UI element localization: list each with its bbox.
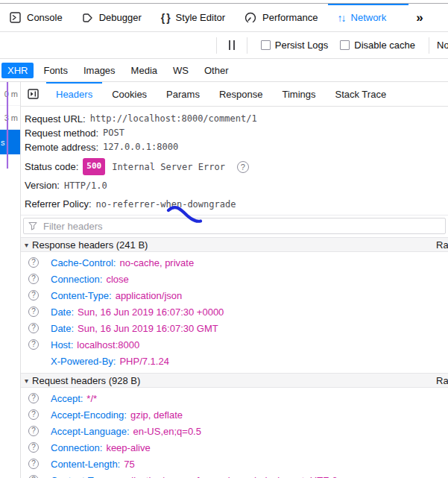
tab-style-editor[interactable]: { } Style Editor: [151, 4, 235, 31]
header-value: close: [106, 274, 128, 285]
help-icon[interactable]: ?: [28, 393, 39, 403]
header-name: Date:: [51, 306, 74, 318]
section-title: Response headers (241 B): [32, 239, 148, 251]
request-list: 0 m 3 m s: [0, 82, 21, 478]
header-value: Sun, 16 Jun 2019 16:07:30 GMT: [78, 323, 218, 334]
detail-tab-params[interactable]: Params: [157, 82, 209, 106]
header-name: Cache-Control:: [51, 257, 116, 268]
devtools-tabbar: Console Debugger { } Style Editor Networ…: [0, 4, 448, 32]
filter-headers-bar: [21, 215, 448, 237]
header-value: localhost:8000: [77, 339, 139, 350]
tab-network[interactable]: ↑↓ Network: [328, 4, 409, 31]
header-value: keep-alive: [106, 442, 150, 453]
header-value: Sun, 16 Jun 2019 16:07:30 +0000: [78, 306, 224, 318]
header-value: PHP/7.1.24: [119, 356, 169, 367]
response-headers-list: ?Cache-Control:no-cache, private ?Connec…: [21, 252, 448, 373]
raw-headers-link[interactable]: Raw headers: [436, 239, 448, 251]
overflow-chevron-icon[interactable]: »: [408, 4, 430, 31]
help-icon[interactable]: ?: [28, 257, 39, 268]
checkbox-box: [340, 40, 350, 50]
tab-debugger[interactable]: Debugger: [72, 4, 151, 31]
help-icon[interactable]: ?: [28, 409, 39, 420]
detail-tab-stack-trace[interactable]: Stack Trace: [325, 82, 396, 106]
summary-label: Version:: [25, 178, 60, 193]
summary-row-method: Request method: POST: [25, 126, 448, 140]
help-icon[interactable]: ?: [28, 475, 39, 478]
header-row: ?Connection:keep-alive: [21, 439, 448, 456]
response-headers-section-header[interactable]: ▾ Response headers (241 B) Raw headers: [21, 237, 448, 252]
detail-tab-headers[interactable]: Headers: [46, 82, 102, 106]
raw-headers-link[interactable]: Raw headers: [436, 375, 448, 386]
header-row: ?Content-Type:application/x-www-form-url…: [21, 472, 448, 478]
header-row: ?Accept-Language:en-US,en;q=0.5: [21, 423, 448, 439]
throttling-select[interactable]: No throttling: [437, 40, 448, 51]
header-value: application/x-www-form-urlencoded; chars…: [116, 475, 338, 478]
section-title: Request headers (928 B): [32, 375, 140, 386]
filter-tab-xhr[interactable]: XHR: [1, 63, 34, 78]
filter-tab-other[interactable]: Other: [198, 63, 235, 78]
help-icon[interactable]: ?: [237, 161, 249, 173]
filter-tab-media[interactable]: Media: [125, 63, 163, 78]
checkbox-label: Disable cache: [354, 40, 415, 51]
header-value: gzip, deflate: [130, 409, 183, 421]
detail-tab-timings[interactable]: Timings: [272, 82, 325, 106]
help-icon[interactable]: ?: [28, 274, 39, 284]
help-icon[interactable]: ?: [28, 426, 39, 436]
header-name: Accept:: [51, 393, 83, 404]
request-row[interactable]: 3 m: [0, 106, 20, 130]
tab-label: Console: [27, 12, 63, 23]
detail-tabbar: Headers Cookies Params Response Timings …: [21, 82, 448, 107]
network-toolbar: Persist Logs Disable cache No throttling: [0, 32, 448, 59]
summary-row-remote-address: Remote address: 127.0.0.1:8000: [25, 140, 448, 154]
devtools-network-panel: Console Debugger { } Style Editor Networ…: [0, 0, 448, 478]
header-row: ?Content-Type:application/json: [21, 287, 448, 304]
header-value: no-cache, private: [119, 257, 194, 268]
header-row: X-Powered-By:PHP/7.1.24: [21, 353, 448, 369]
header-value: */*: [86, 393, 97, 404]
toolbar-separator: [247, 37, 247, 54]
pause-icon[interactable]: [224, 40, 239, 50]
request-filter-bar: XHR Fonts Images Media WS Other: [0, 59, 448, 82]
request-row[interactable]: 0 m: [0, 82, 20, 106]
header-row: ?Cache-Control:no-cache, private: [21, 254, 448, 271]
tab-console[interactable]: Console: [0, 4, 72, 31]
filter-tab-images[interactable]: Images: [78, 63, 122, 78]
header-row: ?Host:localhost:8000: [21, 336, 448, 353]
summary-value: HTTP/1.0: [64, 178, 107, 193]
persist-logs-checkbox[interactable]: Persist Logs: [261, 40, 329, 51]
summary-value: http://localhost:8000/comment/1: [90, 112, 257, 126]
filter-headers-input[interactable]: [23, 218, 446, 234]
help-icon[interactable]: ?: [28, 323, 39, 333]
request-row-selected[interactable]: s: [0, 130, 20, 154]
summary-label: Request URL:: [25, 112, 86, 126]
summary-value: POST: [103, 126, 124, 140]
tab-label: Performance: [262, 12, 318, 23]
header-row: ?Date:Sun, 16 Jun 2019 16:07:30 +0000: [21, 304, 448, 320]
tab-label: Debugger: [99, 12, 142, 23]
summary-row-status: Status code: 500 Internal Server Error ?: [25, 158, 448, 175]
help-icon[interactable]: ?: [28, 459, 39, 469]
detail-tab-cookies[interactable]: Cookies: [102, 82, 157, 106]
header-value: 75: [124, 459, 134, 470]
filter-tab-fonts[interactable]: Fonts: [37, 63, 74, 78]
sidebar-toggle-icon[interactable]: [21, 82, 46, 106]
help-icon[interactable]: ?: [28, 290, 39, 301]
tab-performance[interactable]: Network Performance: [235, 4, 327, 31]
summary-value: 127.0.0.1:8000: [103, 140, 178, 154]
request-headers-section-header[interactable]: ▾ Request headers (928 B) Raw headers: [21, 373, 448, 388]
disable-cache-checkbox[interactable]: Disable cache: [340, 40, 415, 51]
request-summary: Request URL: http://localhost:8000/comme…: [21, 107, 448, 215]
help-icon[interactable]: ?: [28, 442, 39, 453]
request-headers-list: ?Accept:*/* ?Accept-Encoding:gzip, defla…: [21, 388, 448, 478]
toolbar-separator: [216, 37, 217, 54]
filter-tab-ws[interactable]: WS: [167, 63, 195, 78]
detail-tab-response[interactable]: Response: [209, 82, 273, 106]
help-icon[interactable]: ?: [28, 306, 39, 317]
tab-label: Style Editor: [176, 12, 225, 23]
header-value: application/json: [116, 290, 183, 301]
console-icon: [10, 12, 21, 23]
header-name: Connection:: [51, 274, 102, 285]
help-icon[interactable]: ?: [28, 339, 39, 350]
toolbar-separator: [429, 37, 429, 54]
checkbox-label: Persist Logs: [275, 40, 329, 51]
